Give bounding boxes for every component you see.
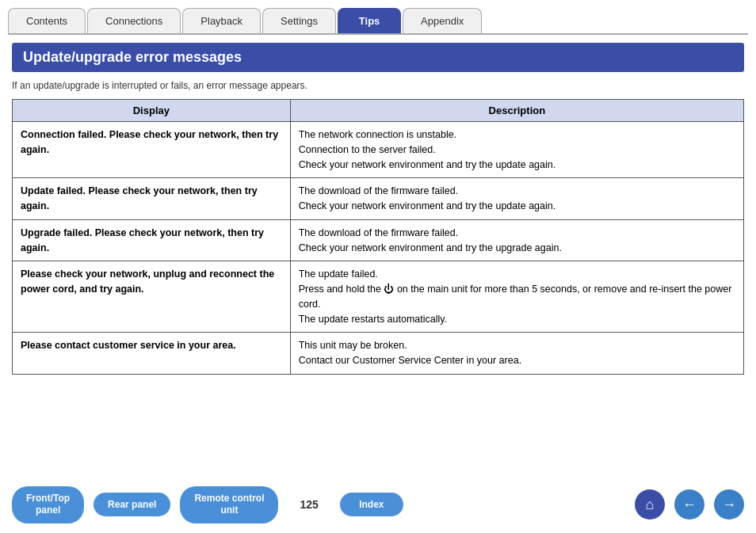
- forward-button[interactable]: →: [714, 489, 744, 520]
- tab-tips[interactable]: Tips: [338, 8, 401, 33]
- table-row: Please contact customer service in your …: [13, 333, 744, 375]
- col-description-header: Description: [290, 100, 743, 122]
- remote-control-button[interactable]: Remote controlunit: [180, 486, 278, 523]
- tab-connections[interactable]: Connections: [87, 8, 181, 33]
- description-cell: The update failed.Press and hold the ⏻ o…: [290, 261, 743, 333]
- tab-settings[interactable]: Settings: [262, 8, 336, 33]
- forward-icon: →: [722, 497, 736, 513]
- tab-appendix[interactable]: Appendix: [403, 8, 482, 33]
- description-cell: The download of the firmware failed.Chec…: [290, 219, 743, 261]
- table-row: Upgrade failed. Please check your networ…: [13, 219, 744, 261]
- display-cell: Upgrade failed. Please check your networ…: [13, 219, 291, 261]
- back-button[interactable]: ←: [674, 489, 704, 520]
- tab-navigation: Contents Connections Playback Settings T…: [0, 0, 756, 33]
- display-cell: Connection failed. Please check your net…: [13, 122, 291, 178]
- tab-contents[interactable]: Contents: [8, 8, 86, 33]
- page-number: 125: [300, 498, 318, 511]
- table-row: Connection failed. Please check your net…: [13, 122, 744, 178]
- display-cell: Please check your network, unplug and re…: [13, 261, 291, 333]
- error-table: Display Description Connection failed. P…: [12, 99, 744, 375]
- main-content: Update/upgrade error messages If an upda…: [0, 35, 756, 383]
- table-row: Please check your network, unplug and re…: [13, 261, 744, 333]
- display-cell: Please contact customer service in your …: [13, 333, 291, 375]
- index-button[interactable]: Index: [340, 493, 403, 516]
- description-cell: The network connection is unstable.Conne…: [290, 122, 743, 178]
- subtitle: If an update/upgrade is interrupted or f…: [12, 80, 744, 91]
- description-cell: This unit may be broken.Contact our Cust…: [290, 333, 743, 375]
- table-row: Update failed. Please check your network…: [13, 178, 744, 220]
- tab-playback[interactable]: Playback: [182, 8, 261, 33]
- description-cell: The download of the firmware failed.Chec…: [290, 178, 743, 220]
- back-icon: ←: [682, 497, 697, 513]
- home-button[interactable]: ⌂: [635, 489, 665, 520]
- rear-panel-button[interactable]: Rear panel: [94, 493, 170, 516]
- bottom-left-buttons: Front/Toppanel Rear panel Remote control…: [12, 486, 403, 523]
- bottom-right-buttons: ⌂ ← →: [630, 489, 744, 520]
- bottom-navigation: Front/Toppanel Rear panel Remote control…: [0, 486, 756, 523]
- display-cell: Update failed. Please check your network…: [13, 178, 291, 220]
- home-icon: ⌂: [646, 497, 655, 513]
- col-display-header: Display: [13, 100, 291, 122]
- front-top-panel-button[interactable]: Front/Toppanel: [12, 486, 84, 523]
- page-title: Update/upgrade error messages: [12, 43, 744, 72]
